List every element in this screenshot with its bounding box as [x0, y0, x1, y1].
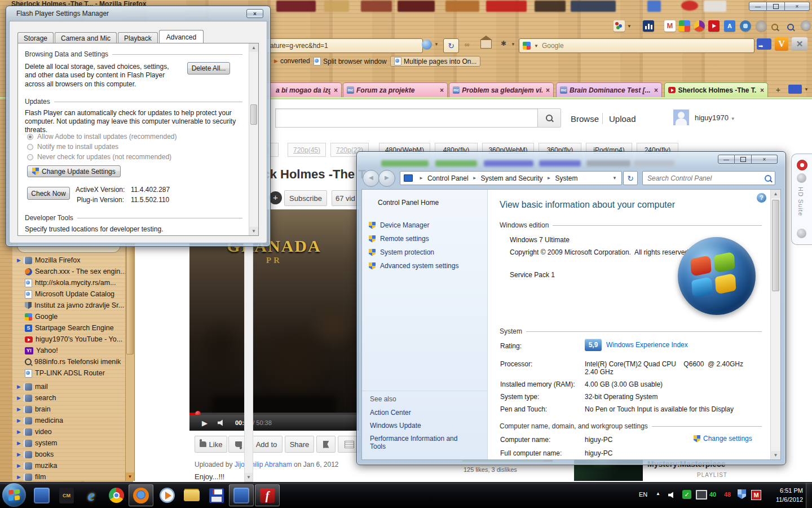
taskbar-app-floppy[interactable] — [204, 484, 229, 506]
record-icon[interactable] — [797, 160, 807, 170]
flag-button[interactable] — [316, 436, 336, 453]
sidebar-bookmark[interactable]: Microsoft Update Catalog — [25, 289, 114, 299]
breadcrumb-item[interactable]: System — [555, 174, 578, 182]
see-also-link[interactable]: Windows Update — [370, 422, 421, 430]
close-button[interactable]: × — [785, 2, 810, 11]
volume-icon[interactable] — [218, 419, 225, 426]
breadcrumb[interactable]: ► Control Panel ► System and Security ► … — [400, 171, 622, 185]
add-to-button[interactable]: Add to — [250, 436, 283, 453]
link-icon[interactable]: ∞ — [465, 41, 469, 49]
minimize-button[interactable]: — — [718, 155, 735, 164]
tab-active[interactable]: Sherlock Holmes -The T... × — [664, 82, 768, 97]
start-button[interactable] — [2, 483, 26, 507]
sidebar-folder[interactable]: ▶system — [17, 438, 58, 448]
taskbar-app-internet-explorer[interactable]: e — [79, 484, 104, 506]
system-scrollbar[interactable]: ▲ ▼ — [770, 190, 780, 459]
expander-icon[interactable]: ▶ — [17, 429, 21, 435]
close-button[interactable]: × — [752, 155, 778, 164]
gear-icon[interactable] — [756, 20, 767, 32]
volume-icon[interactable] — [668, 491, 676, 501]
upload-link[interactable]: Upload — [609, 114, 636, 124]
radio-option[interactable]: Allow Adobe to install updates (recommen… — [27, 133, 176, 141]
bug-dropdown-icon[interactable]: ▼ — [511, 42, 515, 47]
bookmarks-toolbar-item[interactable]: Multiple pages into On... — [390, 56, 480, 67]
picasa-icon[interactable] — [694, 20, 705, 32]
malwarebytes-icon[interactable]: M — [751, 490, 761, 500]
network-icon[interactable] — [696, 490, 707, 500]
taskbar-app-firefox-active[interactable] — [129, 484, 153, 506]
youtube-search-input[interactable] — [275, 108, 538, 128]
google-icon[interactable] — [679, 20, 690, 32]
sidebar-bookmark[interactable]: Institut za javno zdravlje Sr... — [25, 300, 124, 310]
sidebar-scroll-down-icon[interactable]: ▼ — [126, 472, 134, 481]
reload-icon[interactable]: ↻ — [443, 38, 459, 53]
back-button[interactable]: ◄ — [363, 170, 379, 187]
bug-icon[interactable]: ✱ — [501, 40, 506, 47]
expander-icon[interactable]: ▶ — [17, 418, 21, 423]
dock-button-icon[interactable] — [797, 173, 806, 183]
taskbar-app-media-player[interactable] — [155, 484, 179, 506]
new-tab-button[interactable]: + — [773, 85, 784, 95]
tab-camera-and-mic[interactable]: Camera and Mic — [55, 32, 117, 44]
taskbar-app-flash[interactable]: f — [255, 484, 280, 506]
wei-link[interactable]: Windows Experience Index — [606, 341, 688, 349]
tab[interactable]: mc Problem sa gledanjem vi... × — [449, 82, 554, 97]
taskbar-app-chrome[interactable] — [104, 484, 129, 506]
scroll-down-icon[interactable]: ▼ — [245, 473, 253, 481]
expander-icon[interactable]: ▶ — [17, 474, 21, 480]
zoom-in-icon[interactable] — [787, 23, 794, 33]
minimize-button[interactable]: — — [749, 2, 767, 11]
gmail-icon[interactable]: M — [664, 20, 676, 32]
delete-all-button[interactable]: Delete All... — [187, 62, 230, 75]
stats-icon[interactable] — [643, 20, 654, 32]
temp-monitor-green[interactable]: 40 — [709, 491, 716, 498]
keyboard-icon[interactable]: ➡ — [757, 38, 771, 50]
scrollbar-thumb[interactable] — [772, 200, 779, 291]
browse-link[interactable]: Browse — [571, 114, 599, 124]
see-also-link[interactable]: Performance Information and Tools — [370, 435, 466, 450]
share-button[interactable]: Share — [285, 436, 314, 453]
colored-dots-icon[interactable] — [614, 20, 625, 32]
breadcrumb-dropdown-icon[interactable]: ▼ — [612, 176, 617, 181]
tab-list-dropdown-icon[interactable]: ▼ — [804, 87, 809, 92]
tab-close-icon[interactable]: × — [330, 86, 338, 94]
uploader-link[interactable]: Jijo Philip Abraham — [235, 461, 292, 468]
globe-icon[interactable] — [801, 20, 811, 30]
scroll-down-icon[interactable]: ▼ — [249, 227, 258, 235]
channel-icon[interactable]: + — [269, 191, 282, 204]
sidebar-folder[interactable]: ▶mail — [17, 382, 48, 392]
translate-icon[interactable]: A — [724, 20, 735, 32]
taskbar-app-explorer[interactable] — [179, 484, 204, 506]
sidebar-bookmark[interactable]: http://skola.mycity.rs/am... — [25, 278, 116, 288]
radio-option[interactable]: Notify me to install updates — [27, 143, 118, 151]
change-update-settings-button[interactable]: Change Update Settings — [27, 165, 121, 177]
subscribe-button[interactable]: Subscribe — [284, 190, 327, 206]
taskbar-app-cm-tool[interactable]: CM — [54, 484, 79, 506]
search-engine-icon[interactable] — [523, 42, 531, 50]
antivirus-tray-icon[interactable]: ✓ — [682, 490, 691, 499]
change-settings[interactable]: Change settings — [694, 435, 752, 443]
extension-x-icon[interactable]: ✕ — [792, 37, 807, 51]
check-now-button[interactable]: Check Now — [27, 187, 70, 200]
control-panel-search[interactable] — [642, 171, 775, 185]
sidebar-bookmark[interactable]: Search.xxx - The sex engin... — [25, 266, 126, 277]
sidebar-folder[interactable]: ▶medicina — [17, 415, 63, 426]
address-bar[interactable]: ature=g-vrec&hd=1 — [265, 38, 423, 53]
defender-shield-icon[interactable] — [738, 489, 746, 501]
youtube-search-button[interactable] — [537, 108, 561, 128]
sidebar-bookmark[interactable]: Y!Yahoo! — [25, 345, 58, 356]
sidebar-bookmark[interactable]: SStartpage Search Engine — [25, 323, 114, 333]
avatar[interactable] — [673, 110, 689, 125]
tab-close-icon[interactable]: × — [542, 86, 550, 94]
camera-icon[interactable] — [740, 20, 751, 32]
taskbar-app-system-tool[interactable] — [29, 484, 54, 506]
expander-icon[interactable]: ▶ — [17, 384, 21, 389]
sidebar-folder[interactable]: ▶film — [17, 472, 46, 482]
dialog-scrollbar[interactable]: ▲ ▼ — [249, 43, 258, 235]
sidebar-bookmark[interactable]: Google — [25, 312, 58, 322]
breadcrumb-item[interactable]: Control Panel — [427, 174, 469, 182]
expander-icon[interactable]: ▶ — [17, 463, 21, 468]
sidebar-bookmark[interactable]: TP-LINK ADSL Router — [25, 368, 105, 378]
dock-button-icon[interactable] — [797, 229, 806, 238]
tray-expand-icon[interactable]: ▲ — [656, 491, 660, 496]
